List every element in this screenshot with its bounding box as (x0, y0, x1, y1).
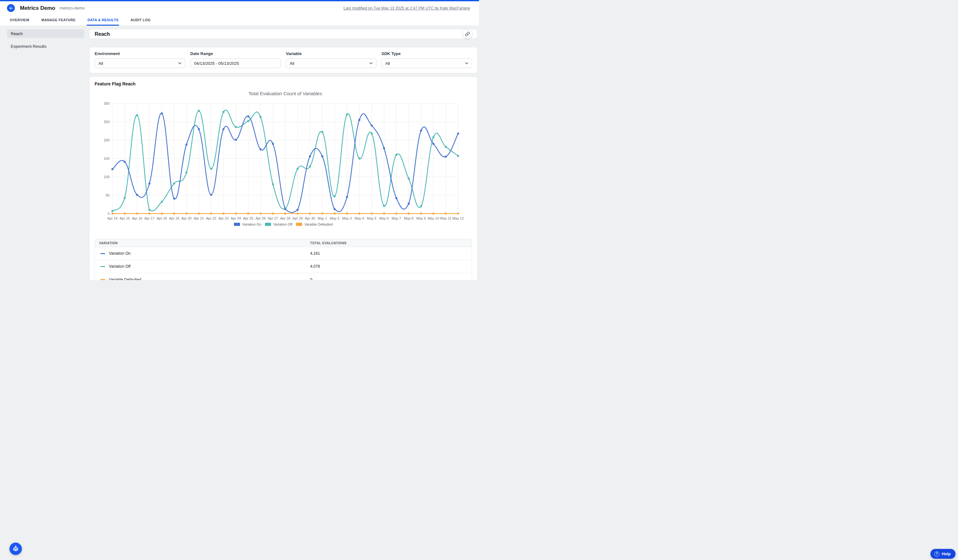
svg-text:May 2: May 2 (330, 217, 339, 220)
svg-text:Apr 24: Apr 24 (231, 217, 241, 220)
section-title: Reach (95, 31, 110, 37)
row-label: Variable Defaulted (109, 277, 141, 280)
legend-swatch (265, 223, 271, 226)
date-range-input[interactable]: 04/13/2025 - 05/13/2025 (190, 59, 281, 68)
variation-table: VARIATION TOTAL EVALUATIONS Variation On… (95, 239, 472, 280)
chevron-down-icon (465, 62, 468, 65)
sidebar-item-experiment-results[interactable]: Experiment Results (7, 42, 84, 51)
evaluation-chart: Total Evaluation Count of VariablesApr 1… (95, 88, 472, 222)
filter-label: Variable (286, 51, 376, 56)
svg-text:50: 50 (106, 193, 109, 197)
main-panel: Reach Environment All Date Range 04/13/2… (90, 29, 477, 280)
line-chart: Total Evaluation Count of VariablesApr 1… (95, 88, 472, 220)
tab-audit-log[interactable]: AUDIT LOG (130, 16, 151, 25)
feature-flag-reach-card: Feature Flag Reach Total Evaluation Coun… (90, 77, 477, 280)
column-header-total-evaluations: TOTAL EVALUATIONS (306, 241, 472, 245)
link-icon (465, 32, 470, 36)
svg-text:May 6: May 6 (379, 217, 389, 220)
series-dash-icon (100, 279, 105, 280)
table-row: Variation Off 4,078 (95, 260, 472, 273)
svg-text:300: 300 (104, 101, 109, 105)
svg-text:Apr 22: Apr 22 (206, 217, 216, 220)
legend-label: Variation Off (273, 222, 292, 226)
feature-key: metrics-demo (60, 6, 84, 10)
svg-text:Apr 30: Apr 30 (305, 217, 315, 220)
table-row: Variable Defaulted 0 (95, 273, 472, 280)
legend-item-variation-on[interactable]: Variation On (234, 222, 261, 226)
tab-data-results[interactable]: DATA & RESULTS (87, 16, 119, 25)
filter-environment: Environment All (95, 51, 185, 68)
svg-text:100: 100 (104, 175, 109, 179)
tab-overview[interactable]: OVERVIEW (9, 16, 30, 25)
filter-sdk-type: SDK Type All (382, 51, 472, 68)
table-header: VARIATION TOTAL EVALUATIONS (95, 239, 472, 247)
svg-text:Apr 16: Apr 16 (132, 217, 142, 220)
tab-manage-feature[interactable]: MANAGE FEATURE (41, 16, 76, 25)
row-value: 4,161 (306, 251, 472, 256)
legend-label: Variable Defaulted (304, 222, 333, 226)
series-dash-icon (100, 266, 105, 267)
svg-text:May 9: May 9 (416, 217, 426, 220)
row-label: Variation On (109, 251, 131, 256)
svg-text:Apr 18: Apr 18 (157, 217, 167, 220)
svg-text:Apr 20: Apr 20 (181, 217, 192, 220)
legend-label: Variation On (242, 222, 261, 226)
sidebar-item-reach[interactable]: Reach (7, 29, 84, 38)
svg-text:200: 200 (104, 138, 109, 142)
svg-text:May 12: May 12 (452, 217, 464, 220)
svg-text:Apr 25: Apr 25 (243, 217, 253, 220)
filter-label: SDK Type (382, 51, 472, 56)
date-range-value: 04/13/2025 - 05/13/2025 (194, 61, 239, 66)
svg-text:Apr 23: Apr 23 (219, 217, 228, 220)
select-value: All (98, 61, 103, 66)
arrow-left-icon (9, 6, 13, 10)
select-value: All (290, 61, 294, 66)
svg-text:May 11: May 11 (440, 217, 451, 220)
page-header: Metrics Demo metrics-demo Last modified … (0, 1, 479, 26)
column-header-variation: VARIATION (95, 241, 306, 245)
svg-text:Apr 29: Apr 29 (292, 217, 303, 220)
series-dash-icon (100, 253, 105, 255)
legend-item-variation-off[interactable]: Variation Off (265, 222, 292, 226)
svg-text:0: 0 (108, 212, 109, 215)
svg-text:Apr 14: Apr 14 (107, 217, 117, 220)
svg-text:Apr 27: Apr 27 (268, 217, 278, 220)
variable-select[interactable]: All (286, 59, 376, 68)
svg-text:150: 150 (104, 157, 109, 160)
chevron-down-icon (370, 62, 373, 65)
svg-text:May 4: May 4 (355, 217, 364, 220)
page-title: Metrics Demo (20, 5, 55, 11)
legend-item-variable-defaulted[interactable]: Variable Defaulted (296, 222, 333, 226)
row-label: Variation Off (109, 264, 130, 269)
back-button[interactable] (7, 4, 15, 12)
table-row: Variation On 4,161 (95, 247, 472, 260)
svg-text:May 8: May 8 (404, 217, 414, 220)
svg-text:250: 250 (104, 120, 109, 124)
legend-swatch (296, 223, 302, 226)
row-value: 0 (306, 277, 472, 280)
svg-text:Apr 15: Apr 15 (120, 217, 130, 220)
filter-label: Date Range (190, 51, 281, 56)
chevron-down-icon (178, 62, 181, 65)
card-title: Feature Flag Reach (95, 81, 472, 86)
svg-text:Apr 21: Apr 21 (194, 217, 204, 220)
filters-card: Environment All Date Range 04/13/2025 - … (90, 47, 477, 73)
svg-text:May 1: May 1 (317, 217, 327, 220)
tab-bar: OVERVIEW MANAGE FEATURE DATA & RESULTS A… (7, 15, 470, 25)
last-modified-link[interactable]: Last modified on Tue May 13 2025 at 2:47… (344, 6, 470, 10)
row-value: 4,078 (306, 264, 472, 269)
content-area: Reach Experiment Results Reach Environme… (0, 26, 479, 280)
section-header-card: Reach (90, 29, 477, 39)
copy-link-button[interactable] (463, 29, 472, 39)
filter-date-range: Date Range 04/13/2025 - 05/13/2025 (190, 51, 281, 68)
svg-text:Apr 17: Apr 17 (144, 217, 154, 220)
chart-legend: Variation On Variation Off Variable Defa… (95, 222, 472, 226)
environment-select[interactable]: All (95, 59, 185, 68)
sidebar: Reach Experiment Results (7, 29, 84, 280)
legend-swatch (234, 223, 240, 226)
svg-text:May 3: May 3 (342, 217, 352, 220)
svg-text:Total Evaluation Count of Vari: Total Evaluation Count of Variables (249, 91, 322, 96)
sdk-type-select[interactable]: All (382, 59, 472, 68)
svg-text:May 7: May 7 (392, 217, 401, 220)
svg-text:Apr 26: Apr 26 (255, 217, 266, 220)
